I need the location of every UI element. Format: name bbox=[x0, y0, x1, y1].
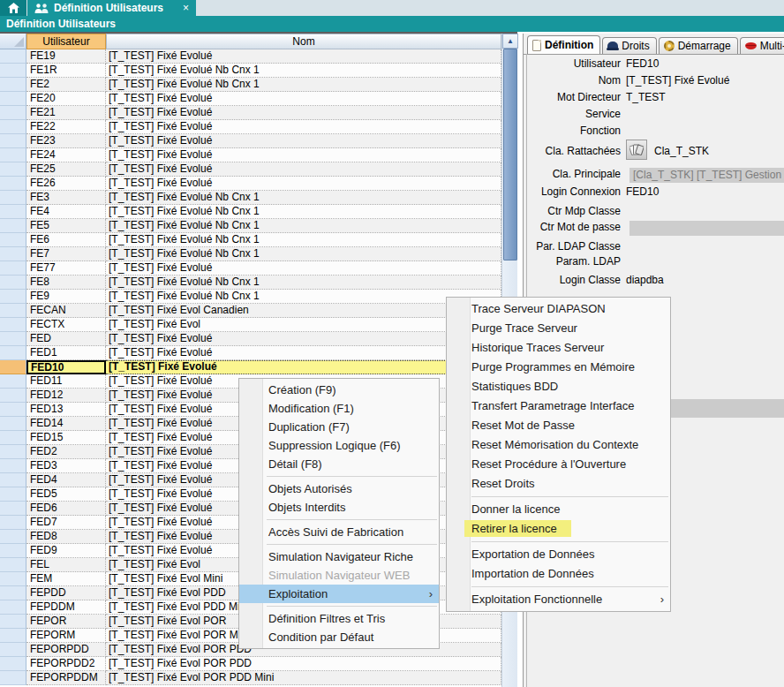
row-selector[interactable] bbox=[0, 332, 26, 346]
cell-nom[interactable]: [T_TEST] Fixé Evolué bbox=[106, 92, 501, 106]
cell-nom[interactable]: [T_TEST] Fixé Evolué bbox=[106, 148, 501, 162]
submenu-item[interactable]: Reset Procédure à l'Ouverture bbox=[447, 455, 670, 474]
cell-nom[interactable]: [T_TEST] Fixé Evolué bbox=[106, 177, 501, 191]
cell-nom[interactable]: [T_TEST] Fixé Evolué bbox=[106, 120, 501, 134]
table-row[interactable]: FED [T_TEST] Fixé Evolué bbox=[0, 332, 501, 346]
table-row[interactable]: FE20 [T_TEST] Fixé Evolué bbox=[0, 92, 501, 106]
submenu-item[interactable]: Purge Trace Serveur bbox=[447, 319, 670, 338]
row-selector[interactable] bbox=[0, 64, 26, 78]
row-selector[interactable] bbox=[0, 445, 26, 459]
cell-nom[interactable]: [T_TEST] Fixé Evolué Nb Cnx 1 bbox=[106, 290, 501, 304]
cell-utilisateur[interactable]: FEPOR bbox=[26, 615, 106, 629]
cell-utilisateur[interactable]: FE1R bbox=[26, 64, 106, 78]
table-row[interactable]: FED10 [T_TEST] Fixé Evolué bbox=[0, 360, 501, 374]
submenu-item[interactable]: Transfert Parametrage Interface bbox=[447, 396, 670, 416]
cell-nom[interactable]: [T_TEST] Fixé Evolué Nb Cnx 1 bbox=[106, 64, 501, 78]
context-menu-item[interactable]: Objets Interdits bbox=[239, 498, 439, 517]
row-selector[interactable] bbox=[0, 276, 26, 290]
row-selector[interactable] bbox=[0, 671, 26, 685]
context-menu-item[interactable]: Condition par Défaut bbox=[239, 628, 439, 646]
row-selector[interactable] bbox=[0, 389, 26, 403]
row-selector[interactable] bbox=[0, 403, 26, 417]
submenu-item[interactable]: Importation de Données bbox=[447, 564, 670, 584]
cell-utilisateur[interactable]: FED2 bbox=[26, 445, 106, 459]
cell-utilisateur[interactable]: FED12 bbox=[26, 389, 106, 403]
cell-utilisateur[interactable]: FE7 bbox=[26, 247, 106, 261]
row-selector[interactable] bbox=[0, 586, 26, 600]
tab-definition-utilisateurs[interactable]: Définition Utilisateurs × bbox=[27, 0, 196, 16]
row-selector[interactable] bbox=[0, 162, 26, 177]
submenu-item[interactable]: Reset Mot de Passe bbox=[447, 416, 670, 435]
row-selector[interactable] bbox=[0, 346, 26, 360]
cell-nom[interactable]: [T_TEST] Fixé Evolué bbox=[106, 106, 501, 120]
context-menu-item[interactable]: Simulation Navigateur Riche bbox=[239, 547, 439, 566]
cell-utilisateur[interactable]: FED13 bbox=[26, 403, 106, 417]
table-row[interactable]: FE25 [T_TEST] Fixé Evolué bbox=[0, 162, 501, 177]
cell-utilisateur[interactable]: FE2 bbox=[26, 78, 106, 92]
row-selector[interactable] bbox=[0, 530, 26, 544]
row-selector[interactable] bbox=[0, 431, 26, 445]
table-row[interactable]: FE3 [T_TEST] Fixé Evolué Nb Cnx 1 bbox=[0, 191, 501, 205]
submenu-item[interactable]: Exportation de Données bbox=[447, 545, 670, 564]
table-row[interactable]: FE4 [T_TEST] Fixé Evolué Nb Cnx 1 bbox=[0, 205, 501, 219]
cell-utilisateur[interactable]: FEPDD bbox=[26, 586, 106, 600]
table-row[interactable]: FE9 [T_TEST] Fixé Evolué Nb Cnx 1 bbox=[0, 290, 501, 304]
cell-utilisateur[interactable]: FEPORM bbox=[26, 629, 106, 643]
cell-utilisateur[interactable]: FEM bbox=[26, 572, 106, 586]
row-selector[interactable] bbox=[0, 558, 26, 572]
context-menu-item[interactable]: Exploitation › bbox=[239, 585, 439, 603]
row-selector[interactable] bbox=[0, 304, 26, 318]
cell-utilisateur[interactable]: FED8 bbox=[26, 530, 106, 544]
scrollbar-thumb[interactable] bbox=[503, 49, 517, 260]
cell-utilisateur[interactable]: FE23 bbox=[26, 134, 106, 148]
table-row[interactable]: FE19 [T_TEST] Fixé Evolué bbox=[0, 49, 501, 64]
table-row[interactable]: FE77 [T_TEST] Fixé Evolué bbox=[0, 261, 501, 276]
table-row[interactable]: FE8 [T_TEST] Fixé Evolué Nb Cnx 1 bbox=[0, 276, 501, 290]
cell-utilisateur[interactable]: FECAN bbox=[26, 304, 106, 318]
row-selector[interactable] bbox=[0, 459, 26, 473]
cell-nom[interactable]: [T_TEST] Fixé Evolué Nb Cnx 1 bbox=[106, 191, 501, 205]
cell-utilisateur[interactable]: FE25 bbox=[26, 162, 106, 177]
cell-utilisateur[interactable]: FEL bbox=[26, 558, 106, 572]
cell-utilisateur[interactable]: FED7 bbox=[26, 516, 106, 530]
submenu-item[interactable]: Purge Programmes en Mémoire bbox=[447, 358, 670, 377]
cell-utilisateur[interactable]: FEPORPDD2 bbox=[26, 657, 106, 671]
row-selector[interactable] bbox=[0, 473, 26, 487]
cell-utilisateur[interactable]: FED9 bbox=[26, 544, 106, 558]
row-selector[interactable] bbox=[0, 261, 26, 276]
cell-utilisateur[interactable]: FED6 bbox=[26, 502, 106, 516]
context-menu-item[interactable]: Objets Autorisés bbox=[239, 479, 439, 498]
row-selector[interactable] bbox=[0, 78, 26, 92]
table-row[interactable]: FE6 [T_TEST] Fixé Evolué Nb Cnx 1 bbox=[0, 233, 501, 247]
row-selector[interactable] bbox=[0, 92, 26, 106]
cell-utilisateur[interactable]: FED14 bbox=[26, 417, 106, 431]
cell-nom[interactable]: [T_TEST] Fixé Evolué bbox=[106, 360, 501, 374]
context-menu-item[interactable]: Détail (F8) bbox=[239, 455, 439, 473]
cell-nom[interactable]: [T_TEST] Fixé Evol POR PDD bbox=[106, 657, 501, 671]
table-row[interactable]: FED1 [T_TEST] Fixé Evolué bbox=[0, 346, 501, 360]
submenu-item[interactable]: Retirer la licence bbox=[447, 519, 670, 539]
context-menu-item[interactable]: Suppression Logique (F6) bbox=[239, 436, 439, 455]
close-icon[interactable]: × bbox=[183, 3, 189, 13]
cell-utilisateur[interactable]: FE9 bbox=[26, 290, 106, 304]
fan-cards-icon[interactable] bbox=[626, 140, 647, 160]
row-selector[interactable] bbox=[0, 290, 26, 304]
context-menu-item[interactable]: Simulation Navigateur WEB bbox=[239, 566, 439, 585]
row-selector[interactable] bbox=[0, 219, 26, 233]
cell-nom[interactable]: [T_TEST] Fixé Evolué Nb Cnx 1 bbox=[106, 233, 501, 247]
cell-nom[interactable]: [T_TEST] Fixé Evolué bbox=[106, 49, 501, 64]
row-selector[interactable] bbox=[0, 502, 26, 516]
cell-nom[interactable]: [T_TEST] Fixé Evolué Nb Cnx 1 bbox=[106, 247, 501, 261]
row-selector[interactable] bbox=[0, 572, 26, 586]
cell-utilisateur[interactable]: FE6 bbox=[26, 233, 106, 247]
cell-utilisateur[interactable]: FEPDDM bbox=[26, 600, 106, 615]
cell-nom[interactable]: [T_TEST] Fixé Evol POR PDD Mini bbox=[106, 671, 501, 685]
table-row[interactable]: FE7 [T_TEST] Fixé Evolué Nb Cnx 1 bbox=[0, 247, 501, 261]
row-selector[interactable] bbox=[0, 629, 26, 643]
cell-utilisateur[interactable]: FED1 bbox=[26, 346, 106, 360]
scroll-up-button[interactable]: ▲ bbox=[502, 34, 518, 49]
row-selector[interactable] bbox=[0, 191, 26, 205]
table-row[interactable]: FE22 [T_TEST] Fixé Evolué bbox=[0, 120, 501, 134]
cell-nom[interactable]: [T_TEST] Fixé Evolué Nb Cnx 1 bbox=[106, 276, 501, 290]
table-row[interactable]: FECAN [T_TEST] Fixé Evol Canadien bbox=[0, 304, 501, 318]
